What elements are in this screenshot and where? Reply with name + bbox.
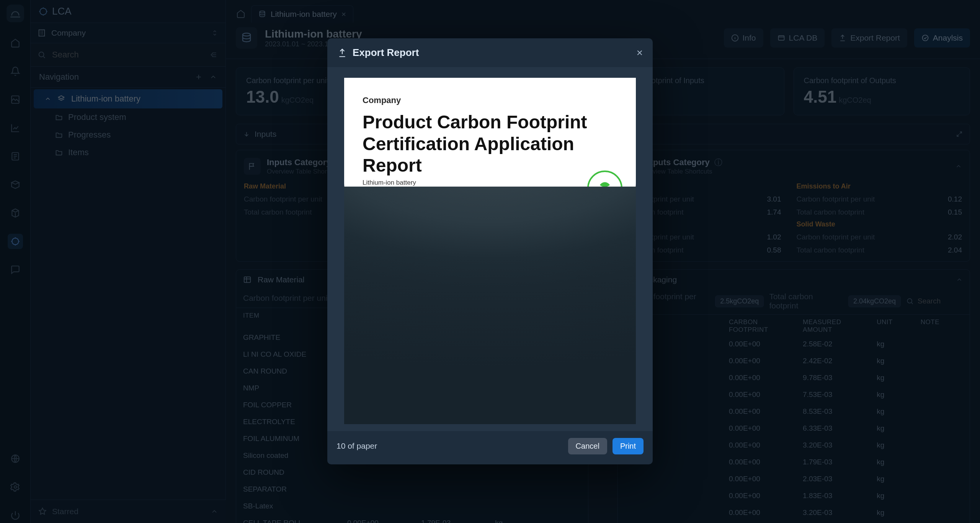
print-button[interactable]: Print	[612, 438, 644, 454]
export-report-modal: Export Report × Company Product Carbon F…	[327, 38, 653, 464]
doc-heading: Product Carbon Footprint Certification A…	[363, 111, 617, 177]
modal-overlay[interactable]: Export Report × Company Product Carbon F…	[0, 0, 980, 523]
page-count: 10 of paper	[336, 441, 377, 451]
doc-company: Company	[363, 95, 617, 105]
upload-icon	[337, 48, 347, 58]
report-cover-image	[344, 187, 636, 424]
modal-close-icon[interactable]: ×	[637, 50, 643, 56]
cancel-button[interactable]: Cancel	[568, 438, 607, 454]
modal-title: Export Report	[353, 47, 419, 59]
doc-product: Lithium-ion battery	[363, 179, 617, 187]
